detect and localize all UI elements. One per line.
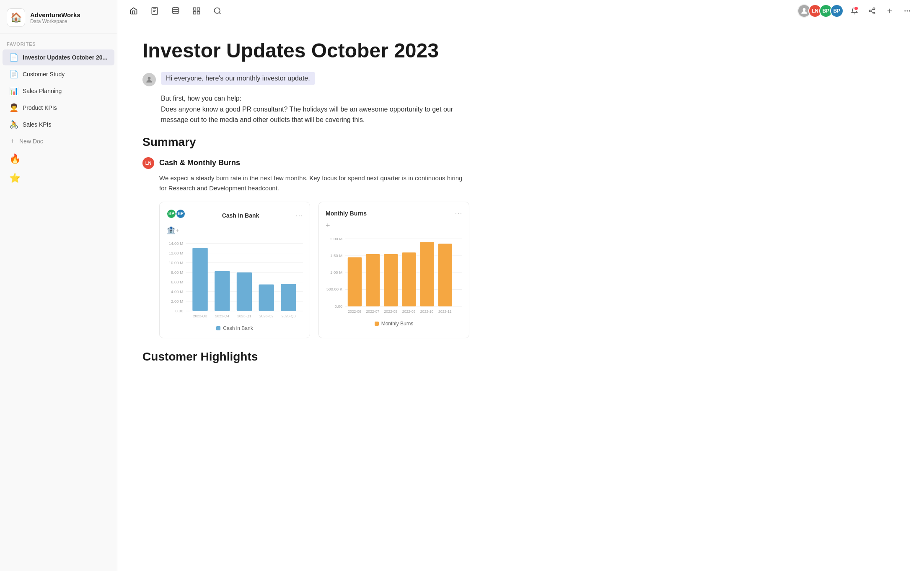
svg-text:2022-09: 2022-09	[402, 309, 416, 314]
sidebar-emoji-star: ⭐	[0, 169, 117, 188]
svg-text:10.00 M: 10.00 M	[169, 260, 184, 265]
svg-text:2022-11: 2022-11	[438, 309, 452, 314]
plus-icon: ＋	[9, 137, 16, 145]
svg-text:2022-08: 2022-08	[384, 309, 398, 314]
chart2-header: Monthly Burns ⋯	[326, 209, 462, 218]
page-title: Investor Updates October 2023	[142, 39, 469, 62]
fire-emoji: 🔥	[9, 153, 21, 164]
monthly-burns-chart: Monthly Burns ⋯ + 2.00 M 1.50 M 1.00 M 5…	[318, 202, 469, 338]
svg-text:2022-07: 2022-07	[366, 309, 379, 314]
avatar-bp-2: BP	[830, 4, 844, 18]
chart2-menu-icon[interactable]: ⋯	[455, 209, 462, 218]
sidebar-item-sales-planning[interactable]: 📊 Sales Planning	[3, 83, 114, 99]
star-emoji: ⭐	[9, 173, 21, 184]
svg-text:2023-Q3: 2023-Q3	[282, 314, 296, 318]
svg-point-14	[873, 12, 875, 14]
chart2-legend-label: Monthly Burns	[381, 321, 414, 327]
intro-text: Hi everyone, here's our monthly investor…	[161, 72, 315, 85]
app-logo: 🏠	[7, 8, 25, 27]
svg-point-12	[873, 8, 875, 10]
svg-text:14.00 M: 14.00 M	[169, 241, 184, 246]
document-icon[interactable]	[148, 5, 161, 17]
sidebar-item-label-5: Sales KPIs	[23, 121, 108, 128]
sidebar-item-label-3: Sales Planning	[23, 88, 108, 94]
svg-point-22	[148, 77, 151, 80]
sidebar-item-label: Investor Updates October 20...	[23, 54, 108, 61]
sidebar-header: 🏠 AdventureWorks Data Workspace	[0, 0, 117, 34]
chart2-add-btn: +	[326, 221, 462, 230]
share-button[interactable]	[865, 4, 879, 18]
svg-point-13	[869, 10, 871, 12]
topbar-right: LN BP BP	[800, 4, 914, 18]
svg-rect-8	[197, 12, 200, 14]
chart2-legend: Monthly Burns	[326, 321, 462, 327]
person-icon: 🧑‍🦱	[9, 103, 18, 112]
svg-text:2023-Q1: 2023-Q1	[237, 314, 251, 318]
customer-highlights-heading-preview: Customer Highlights	[142, 350, 469, 363]
main-area: LN BP BP Investor Updates October 2023	[117, 0, 924, 571]
svg-text:12.00 M: 12.00 M	[169, 251, 184, 255]
svg-rect-42	[259, 284, 274, 311]
svg-text:2.00 M: 2.00 M	[330, 236, 342, 241]
svg-text:0.00: 0.00	[176, 309, 184, 313]
avatar-group: LN BP BP	[800, 4, 844, 18]
chart1-emoji: 🏦+	[166, 226, 303, 235]
svg-rect-39	[192, 248, 207, 311]
svg-point-20	[907, 10, 908, 12]
home-icon[interactable]	[127, 5, 140, 17]
subsection-body: We expect a steady burn rate in the next…	[159, 173, 469, 193]
chart2-svg: 2.00 M 1.50 M 1.00 M 500.00 K 0.00	[326, 233, 462, 317]
chart1-legend-label: Cash in Bank	[223, 325, 253, 331]
chart1-avatar-bp1: BP	[166, 209, 176, 219]
author-avatar	[142, 73, 156, 86]
svg-rect-63	[420, 242, 434, 306]
chart1-legend-dot	[216, 326, 220, 330]
chart2-legend-dot	[375, 322, 379, 326]
chart1-svg: 14.00 M 12.00 M 10.00 M 8.00 M 6.00 M 4.…	[166, 237, 303, 321]
svg-rect-59	[348, 257, 362, 306]
svg-rect-43	[281, 284, 296, 311]
sidebar-item-label-4: Product KPIs	[23, 104, 108, 111]
sidebar-item-investor-updates[interactable]: 📄 Investor Updates October 20...	[3, 49, 114, 65]
more-options-button[interactable]	[901, 4, 914, 18]
bike-icon: 🚴	[9, 120, 18, 129]
brand-sub: Data Workspace	[30, 18, 80, 24]
search-icon[interactable]	[211, 5, 224, 17]
chart1-legend: Cash in Bank	[166, 325, 303, 331]
topbar-nav-icons	[127, 5, 792, 17]
summary-heading: Summary	[142, 135, 469, 149]
svg-point-21	[909, 10, 910, 12]
svg-rect-6	[197, 8, 200, 10]
grid-icon[interactable]	[190, 5, 203, 17]
svg-text:4.00 M: 4.00 M	[171, 289, 183, 294]
svg-text:2022-06: 2022-06	[348, 309, 361, 314]
sidebar: 🏠 AdventureWorks Data Workspace FAVORITE…	[0, 0, 117, 571]
page-content: Investor Updates October 2023 Hi everyon…	[117, 22, 494, 571]
sidebar-item-sales-kpis[interactable]: 🚴 Sales KPIs	[3, 117, 114, 132]
subsection-title: Cash & Monthly Burns	[159, 158, 240, 167]
svg-rect-7	[194, 12, 196, 14]
sidebar-emoji-fire: 🔥	[0, 149, 117, 169]
chart1-menu-icon[interactable]: ⋯	[295, 211, 303, 220]
add-button[interactable]	[883, 4, 896, 18]
svg-line-10	[219, 13, 221, 14]
subsection-header: LN Cash & Monthly Burns	[142, 157, 469, 169]
svg-text:8.00 M: 8.00 M	[171, 270, 183, 275]
svg-text:2022-Q3: 2022-Q3	[193, 314, 207, 318]
chart1-avatars: BP BP	[166, 209, 186, 219]
svg-rect-62	[402, 252, 416, 306]
svg-text:0.00: 0.00	[335, 304, 343, 309]
new-doc-button[interactable]: ＋ New Doc	[3, 133, 114, 149]
svg-text:2022-Q4: 2022-Q4	[215, 314, 230, 318]
sidebar-item-product-kpis[interactable]: 🧑‍🦱 Product KPIs	[3, 100, 114, 116]
database-icon[interactable]	[169, 5, 182, 17]
svg-rect-64	[438, 244, 452, 306]
brand-name: AdventureWorks	[30, 11, 80, 18]
sidebar-item-label-2: Customer Study	[23, 71, 108, 78]
svg-text:6.00 M: 6.00 M	[171, 280, 183, 284]
sidebar-item-customer-study[interactable]: 📄 Customer Study	[3, 66, 114, 82]
svg-line-15	[871, 11, 873, 13]
body-text: But first, how you can help: Does anyone…	[161, 93, 469, 125]
chart1-title: Cash in Bank	[222, 212, 259, 219]
notifications-button[interactable]	[848, 4, 861, 18]
